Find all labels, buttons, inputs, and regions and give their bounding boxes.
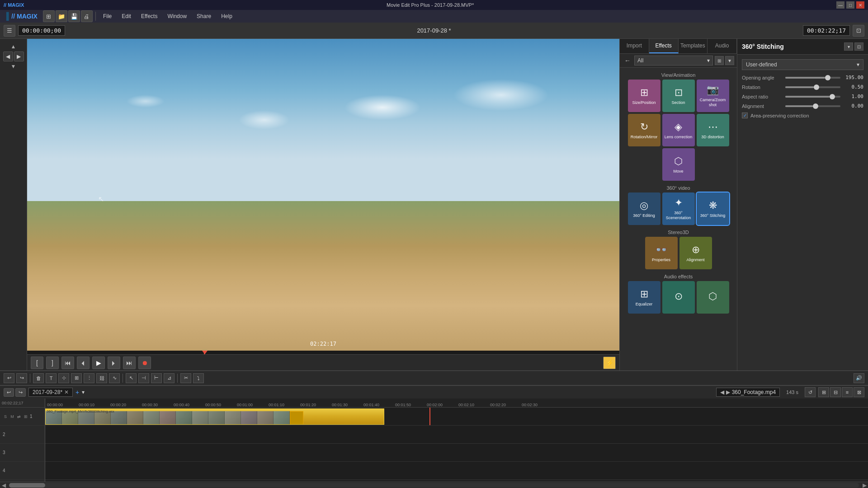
group-tool[interactable]: ⊞ — [71, 373, 82, 383]
opening-angle-slider[interactable] — [785, 77, 840, 79]
toolbar-icon-2[interactable]: 📁 — [56, 10, 67, 22]
timeline-back-button[interactable]: ↩ — [4, 388, 14, 397]
trim-tool[interactable]: ⊣ — [138, 373, 149, 383]
effect-rotation-mirror[interactable]: ↻ Rotation/Mirror — [628, 114, 660, 146]
effects-view-btn-1[interactable]: ⊞ — [715, 56, 724, 65]
menu-edit[interactable]: Edit — [117, 12, 136, 21]
effect-equalizer[interactable]: ⊞ Equalizer — [628, 281, 660, 314]
progress-bar[interactable] — [27, 351, 619, 354]
menu-file[interactable]: File — [99, 12, 116, 21]
area-preserving-checkbox[interactable]: ✓ — [742, 113, 748, 118]
snap-tool[interactable]: ⊹ — [58, 373, 69, 383]
goto-mark-in-button[interactable]: ⏮ — [61, 357, 74, 369]
tab-import[interactable]: Import — [620, 39, 649, 53]
path-nav-back[interactable]: ◀ — [720, 389, 724, 395]
pointer-tool[interactable]: ↖ — [126, 373, 137, 383]
timeline-refresh-button[interactable]: ↺ — [805, 387, 816, 397]
toolbar-icon-3[interactable]: 💾 — [68, 10, 80, 22]
section-stereo3d: Stereo3D — [622, 227, 735, 237]
effect-size-position[interactable]: ⊞ Size/Position — [628, 80, 660, 112]
view-btn-3[interactable]: ≡ — [842, 387, 853, 397]
minimize-button[interactable]: — — [836, 1, 844, 9]
ripple-tool[interactable]: ⊢ — [151, 373, 162, 383]
effect-360-editing[interactable]: ◎ 360° Editing — [628, 192, 660, 225]
split-tool[interactable]: ✂ — [180, 373, 191, 383]
step-forward-button[interactable]: ⏵ — [108, 357, 120, 369]
effect-audio-3[interactable]: ⬡ — [697, 281, 729, 314]
effects-filter-dropdown[interactable]: All ▾ — [634, 56, 713, 66]
record-button[interactable]: ⏺ — [138, 357, 151, 369]
aspect-ratio-slider[interactable] — [785, 96, 840, 98]
effect-360-scenerotation[interactable]: ✦ 360° Scenerotation — [662, 192, 695, 225]
project-close-button[interactable]: ✕ — [64, 389, 69, 395]
clip-360footage[interactable]: 360_Footage.mp4_MxVfx360Stitching.vsx — [45, 408, 384, 425]
mark-in-button[interactable]: [ — [31, 357, 43, 369]
curve-tool[interactable]: ∿ — [109, 373, 120, 383]
link-tool[interactable]: ⛓ — [96, 373, 107, 383]
play-pause-button[interactable]: ▶ — [92, 357, 105, 369]
mark-out-button[interactable]: ] — [46, 357, 59, 369]
close-button[interactable]: ✕ — [856, 1, 864, 9]
scroll-right-button[interactable]: ▶ — [861, 482, 868, 488]
effect-section[interactable]: ⊡ Section — [662, 80, 695, 112]
toolbar-icon-4[interactable]: 🖨 — [81, 10, 93, 22]
goto-mark-out-button[interactable]: ⏭ — [123, 357, 136, 369]
nav-down-button[interactable]: ▼ — [11, 63, 16, 70]
tab-templates[interactable]: Templates — [679, 39, 708, 53]
effect-3d-distortion[interactable]: ⋯ 3D distortion — [697, 114, 729, 146]
redo-tool[interactable]: ↪ — [16, 373, 27, 383]
undo-tool[interactable]: ↩ — [4, 373, 14, 383]
nav-left-button[interactable]: ◀ — [3, 52, 13, 61]
fullscreen-button[interactable]: ⊡ — [853, 25, 864, 37]
scroll-left-button[interactable]: ◀ — [0, 482, 7, 488]
view-btn-2[interactable]: ⊟ — [830, 387, 841, 397]
effect-properties[interactable]: 👓 Properties — [645, 237, 678, 269]
scroll-thumb[interactable] — [9, 483, 45, 488]
toolbar-icon-1[interactable]: ⊞ — [43, 10, 55, 22]
track-1-eq-btn[interactable]: ⊞ — [23, 414, 28, 419]
effects-back-button[interactable]: ← — [623, 56, 632, 65]
properties-collapse-button[interactable]: ▾ — [844, 42, 853, 51]
menu-effects[interactable]: Effects — [137, 12, 162, 21]
path-nav-forward[interactable]: ▶ — [726, 389, 730, 395]
roll-tool[interactable]: ⊿ — [164, 373, 175, 383]
scroll-track[interactable] — [9, 483, 859, 488]
view-btn-4[interactable]: ⊠ — [854, 387, 864, 397]
add-project-button[interactable]: + — [75, 389, 79, 396]
effect-alignment[interactable]: ⊕ Alignment — [679, 237, 712, 269]
view-btn-1[interactable]: ⊞ — [818, 387, 829, 397]
properties-expand-button[interactable]: ⊡ — [854, 42, 863, 51]
tab-audio[interactable]: Audio — [708, 39, 737, 53]
timeline-forward-button[interactable]: ↪ — [15, 388, 26, 397]
track-1-arrow-btn[interactable]: ⇄ — [16, 414, 22, 419]
maximize-button[interactable]: □ — [846, 1, 854, 9]
rotation-slider[interactable] — [785, 86, 840, 88]
delete-tool[interactable]: 🗑 — [33, 373, 44, 383]
menu-help[interactable]: Help — [217, 12, 237, 21]
text-tool[interactable]: T — [46, 373, 57, 383]
effect-move[interactable]: ⬡ Move — [662, 148, 695, 181]
track-1-s-btn[interactable]: S — [3, 414, 8, 419]
preset-dropdown[interactable]: User-defined ▾ — [742, 59, 863, 70]
live-recording-button[interactable]: ⚡ — [603, 357, 616, 369]
step-back-button[interactable]: ⏴ — [77, 357, 90, 369]
nav-up-button[interactable]: ▲ — [11, 43, 16, 50]
effects-view-btn-2[interactable]: ▼ — [725, 56, 734, 65]
tab-effects[interactable]: Effects — [649, 39, 679, 53]
insert-tool[interactable]: ⤵ — [193, 373, 204, 383]
menu-toggle-button[interactable]: ☰ — [4, 25, 15, 37]
project-dropdown-button[interactable]: ▾ — [82, 389, 85, 395]
effects-row-3: ⬡ Move — [622, 148, 735, 181]
effect-compressor[interactable]: ⊙ — [662, 281, 695, 314]
track-1-m-btn[interactable]: M — [9, 414, 15, 419]
volume-tool[interactable]: 🔊 — [854, 373, 864, 383]
effect-lens-correction[interactable]: ◈ Lens correction — [662, 114, 695, 146]
360-scenerotation-label: 360° Scenerotation — [664, 211, 693, 221]
menu-share[interactable]: Share — [192, 12, 216, 21]
menu-window[interactable]: Window — [163, 12, 191, 21]
alignment-slider[interactable] — [785, 105, 840, 107]
nav-right-button[interactable]: ▶ — [14, 52, 24, 61]
effects-tool[interactable]: ⋮ — [84, 373, 94, 383]
effect-camera-zoom[interactable]: 📷 Camera/Zoom shot — [697, 80, 729, 112]
effect-360-stitching[interactable]: ❋ 360° Stitching — [697, 192, 729, 225]
